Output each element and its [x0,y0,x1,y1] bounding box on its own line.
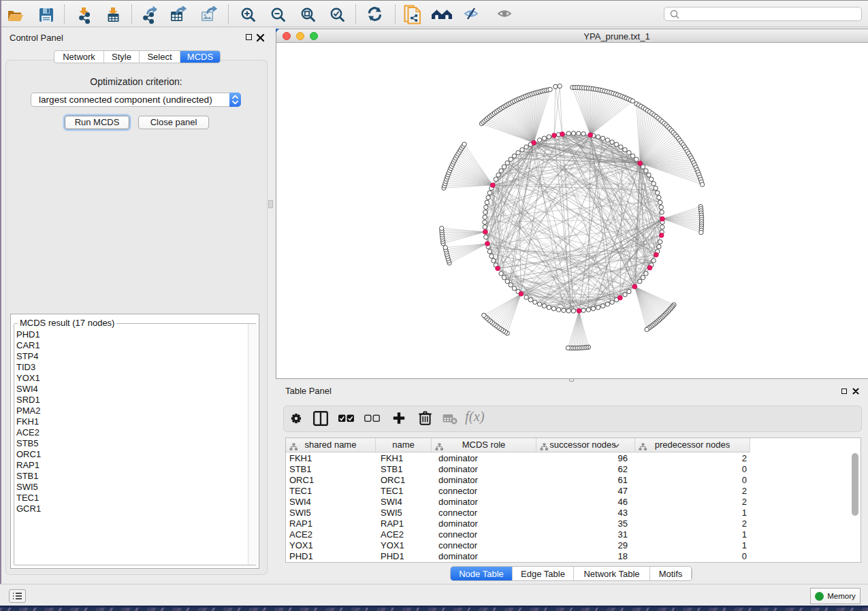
svg-text:f(x): f(x) [465,409,485,425]
